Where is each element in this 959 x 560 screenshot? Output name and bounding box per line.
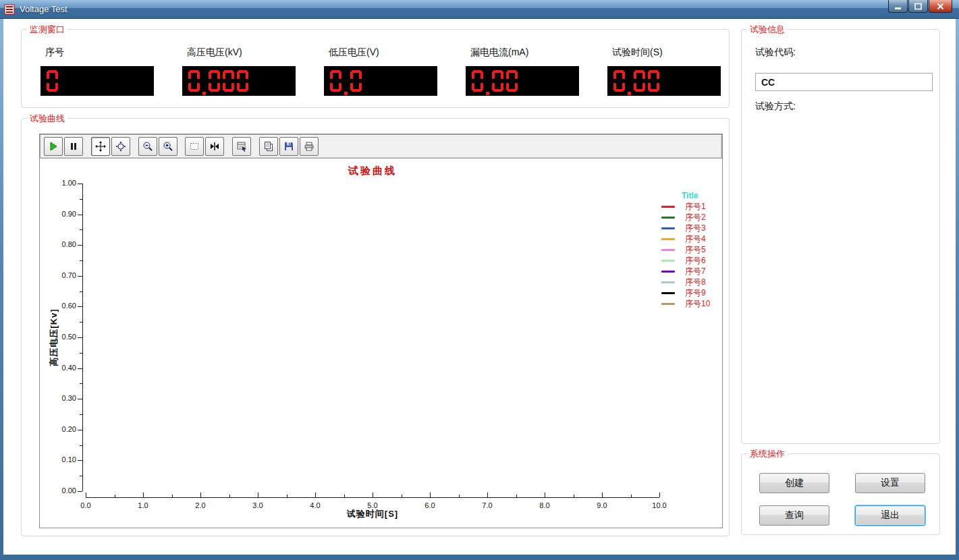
display-label: 高压电压(kV) xyxy=(187,47,296,57)
series-swatch-icon xyxy=(661,271,675,273)
tick xyxy=(287,495,287,497)
legend-entry: 序号4 xyxy=(657,233,725,244)
legend-entry: 序号10 xyxy=(657,298,725,309)
tick-label: 6.0 xyxy=(416,501,443,509)
tick xyxy=(78,276,82,277)
series-swatch-icon xyxy=(661,238,675,240)
tick-label: 10.0 xyxy=(646,501,673,509)
legend-entry: 序号8 xyxy=(657,277,725,287)
tick-label: 0.00 xyxy=(49,486,76,495)
tick xyxy=(78,245,82,246)
display-test-time: 试验时间(S) xyxy=(607,47,721,96)
legend-entry: 序号7 xyxy=(657,266,725,277)
create-button[interactable]: 创建 xyxy=(759,473,829,493)
monitor-panel-title: 监测窗口 xyxy=(27,24,67,36)
tick xyxy=(172,495,173,497)
plot-area[interactable]: 试验曲线 高压电压[Kv] 试验时间[S] Title 序号1序号2序号3序号4… xyxy=(40,134,722,528)
tick-label: 0.30 xyxy=(49,394,76,402)
curve-panel-title: 试验曲线 xyxy=(27,113,67,125)
tick-label: 0.90 xyxy=(49,210,76,218)
tick xyxy=(80,445,82,446)
tick xyxy=(430,493,431,497)
window-title: Voltage Test xyxy=(20,4,67,14)
info-panel-title: 试验信息 xyxy=(747,24,788,36)
minimize-icon xyxy=(894,3,902,10)
led-display xyxy=(607,66,721,96)
tick xyxy=(373,493,373,497)
series-swatch-icon xyxy=(661,281,675,283)
tick-label: 3.0 xyxy=(244,501,271,509)
tick-label: 7.0 xyxy=(474,501,501,509)
series-label: 序号4 xyxy=(685,233,706,245)
actions-panel-title: 系统操作 xyxy=(747,448,788,460)
led-display xyxy=(324,66,437,96)
test-code-input[interactable] xyxy=(755,73,933,91)
series-label: 序号8 xyxy=(685,277,706,288)
tick xyxy=(545,493,545,497)
series-swatch-icon xyxy=(661,227,675,229)
tick xyxy=(78,491,82,492)
test-code-label: 试验代码: xyxy=(755,47,796,59)
tick xyxy=(200,493,201,497)
tick xyxy=(516,495,517,497)
tick xyxy=(574,495,574,497)
tick xyxy=(78,430,82,430)
tick xyxy=(229,495,230,497)
close-button[interactable] xyxy=(929,0,952,13)
series-label: 序号3 xyxy=(685,223,706,234)
actions-panel: 系统操作 创建 设置 查询 退出 xyxy=(741,453,940,535)
tick-label: 2.0 xyxy=(187,501,214,509)
query-button[interactable]: 查询 xyxy=(759,505,829,526)
tick xyxy=(80,476,82,476)
tick xyxy=(143,493,144,497)
tick-label: 0.50 xyxy=(49,333,76,341)
tick xyxy=(78,399,82,399)
tick xyxy=(78,368,82,369)
tick xyxy=(80,353,82,354)
tick xyxy=(487,493,488,497)
tick xyxy=(78,215,82,215)
settings-button[interactable]: 设置 xyxy=(855,473,925,493)
tick-label: 9.0 xyxy=(588,501,615,509)
legend-entry: 序号1 xyxy=(657,201,725,212)
minimize-button[interactable] xyxy=(888,0,908,13)
tick xyxy=(80,383,82,384)
app-icon xyxy=(4,4,15,15)
display-label: 漏电电流(mA) xyxy=(470,47,579,57)
led-display xyxy=(466,66,579,96)
display-leak-current: 漏电电流(mA) xyxy=(466,47,579,96)
display-high-voltage: 高压电压(kV) xyxy=(182,47,296,96)
app-window: Voltage Test 监测窗口 序号 高压电压(kV) xyxy=(0,0,959,560)
maximize-button[interactable] xyxy=(908,0,928,13)
x-axis-title: 试验时间[S] xyxy=(86,508,659,520)
series-label: 序号9 xyxy=(685,287,706,299)
chart-control: 试验曲线 高压电压[Kv] 试验时间[S] Title 序号1序号2序号3序号4… xyxy=(39,134,723,528)
tick-label: 0.70 xyxy=(49,271,76,279)
tick xyxy=(80,414,82,415)
display-serial: 序号 xyxy=(40,47,154,96)
series-swatch-icon xyxy=(661,292,675,294)
display-label: 低压电压(V) xyxy=(329,47,437,57)
info-panel: 试验信息 试验代码: 试验方式: xyxy=(741,29,940,444)
tick-label: 5.0 xyxy=(359,501,386,509)
tick xyxy=(80,260,82,261)
series-swatch-icon xyxy=(661,206,675,208)
legend-entry: 序号3 xyxy=(657,223,725,233)
tick xyxy=(86,493,86,497)
legend-entry: 序号2 xyxy=(657,212,725,223)
display-low-voltage: 低压电压(V) xyxy=(324,47,437,96)
test-mode-label: 试验方式: xyxy=(755,101,796,113)
tick xyxy=(459,495,460,497)
series-label: 序号5 xyxy=(685,244,706,256)
title-bar: Voltage Test xyxy=(0,0,959,19)
tick xyxy=(344,495,345,497)
tick-label: 8.0 xyxy=(531,501,558,509)
led-display xyxy=(182,66,296,96)
tick-label: 0.0 xyxy=(72,501,99,509)
exit-button[interactable]: 退出 xyxy=(855,505,925,526)
tick xyxy=(402,495,402,497)
display-label: 序号 xyxy=(45,47,154,57)
curve-panel: 试验曲线 xyxy=(21,118,730,536)
axis-line xyxy=(86,497,659,498)
series-swatch-icon xyxy=(661,303,675,305)
